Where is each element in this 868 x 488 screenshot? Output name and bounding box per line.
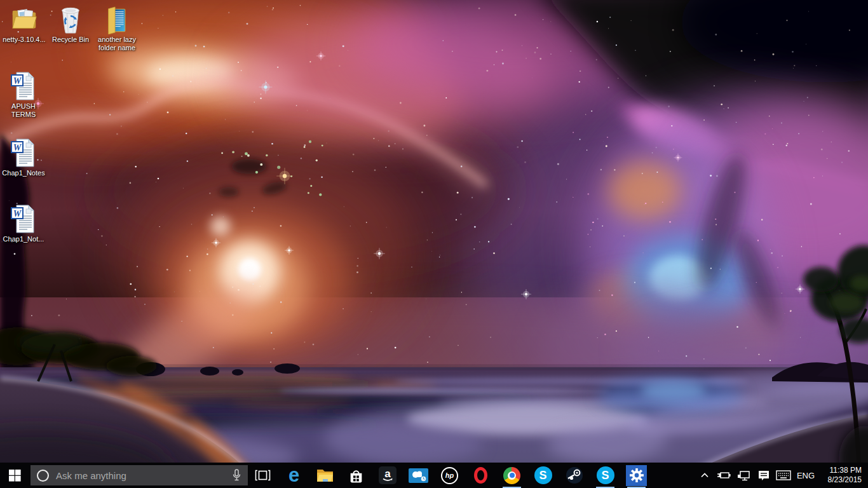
svg-text:a: a: [384, 468, 391, 480]
blue-folder-icon: [102, 4, 132, 35]
hp-icon: hp: [441, 467, 458, 484]
search-placeholder: Ask me anything: [56, 470, 225, 481]
word-document-icon: W: [9, 204, 38, 234]
desktop-icon-label: netty-3.10.4...: [3, 36, 45, 44]
desktop-icon-chap1-not2[interactable]: W Chap1_Not...: [1, 204, 46, 243]
taskbar: Ask me anything e: [0, 463, 868, 488]
edge-icon: e: [288, 465, 299, 485]
taskbar-pinned-apps: e: [278, 463, 652, 488]
recycle-bin-icon: [56, 4, 85, 35]
amazon-icon: a: [379, 466, 397, 484]
svg-text:W: W: [13, 209, 22, 219]
desktop-icon-apush-terms[interactable]: W APUSH TERMS: [1, 71, 46, 119]
desktop-icon-label: Chap1_Notes: [2, 169, 44, 177]
clock-time: 11:38 PM: [818, 466, 862, 475]
cortana-search-box[interactable]: Ask me anything: [31, 465, 248, 485]
desktop-icon-label: Chap1_Not...: [3, 235, 44, 243]
clock[interactable]: 11:38 PM 8/23/2015: [818, 466, 868, 485]
svg-text:W: W: [13, 76, 22, 86]
skype-icon: S: [534, 466, 552, 484]
desktop-icon-lazy-folder[interactable]: another lazy folder name: [94, 4, 140, 52]
steam-icon: [566, 466, 583, 484]
battery-status-icon[interactable]: [714, 463, 734, 488]
opera-icon: [474, 467, 487, 484]
network-status-icon[interactable]: [734, 463, 754, 488]
chevron-up-icon: [699, 470, 710, 481]
microphone-icon[interactable]: [232, 468, 241, 482]
desktop-icon-recycle-bin[interactable]: Recycle Bin: [48, 4, 93, 44]
taskbar-app-opera[interactable]: [465, 463, 496, 488]
taskbar-app-skype[interactable]: S: [527, 463, 559, 488]
skype-icon: S: [597, 466, 614, 484]
task-view-icon: [254, 469, 271, 482]
windows-logo-icon: [9, 470, 21, 482]
settings-gear-icon: [626, 465, 647, 486]
taskbar-app-store[interactable]: [341, 463, 372, 488]
touch-keyboard-icon[interactable]: [773, 463, 793, 488]
word-document-icon: W: [9, 71, 38, 102]
action-center-icon[interactable]: [754, 463, 773, 488]
clock-date: 8/23/2015: [818, 475, 862, 485]
taskbar-app-skype-2[interactable]: S: [590, 463, 621, 488]
desktop-icon-label: APUSH TERMS: [1, 102, 46, 119]
language-indicator[interactable]: ENG: [793, 471, 818, 480]
file-explorer-icon: [316, 467, 334, 484]
svg-text:W: W: [13, 143, 22, 152]
wallpaper-nebula-beach: [0, 0, 868, 488]
cloud-app-icon: [409, 468, 428, 483]
system-tray: ENG 11:38 PM 8/23/2015: [695, 463, 868, 488]
show-hidden-icons-button[interactable]: [695, 463, 714, 488]
word-document-icon: W: [9, 138, 38, 168]
open-folder-icon: [10, 4, 39, 35]
desktop: netty-3.10.4... Recycle Bin: [0, 0, 868, 488]
desktop-icon-label: another lazy folder name: [94, 36, 140, 52]
task-view-button[interactable]: [248, 463, 277, 488]
start-button[interactable]: [0, 463, 29, 488]
taskbar-app-amazon[interactable]: a: [372, 463, 403, 488]
taskbar-app-chrome[interactable]: [496, 463, 527, 488]
desktop-icon-label: Recycle Bin: [52, 36, 89, 44]
store-icon: [348, 467, 365, 484]
desktop-icon-netty[interactable]: netty-3.10.4...: [1, 4, 47, 44]
taskbar-app-cloud[interactable]: [403, 463, 434, 488]
taskbar-app-edge[interactable]: e: [278, 463, 309, 488]
taskbar-app-settings[interactable]: [621, 463, 652, 488]
cortana-icon: [37, 470, 49, 482]
chrome-icon: [503, 467, 520, 484]
desktop-icon-chap1-notes[interactable]: W Chap1_Notes: [1, 138, 46, 177]
taskbar-app-hp[interactable]: hp: [434, 463, 465, 488]
taskbar-app-file-explorer[interactable]: [309, 463, 341, 488]
taskbar-app-steam[interactable]: [559, 463, 590, 488]
